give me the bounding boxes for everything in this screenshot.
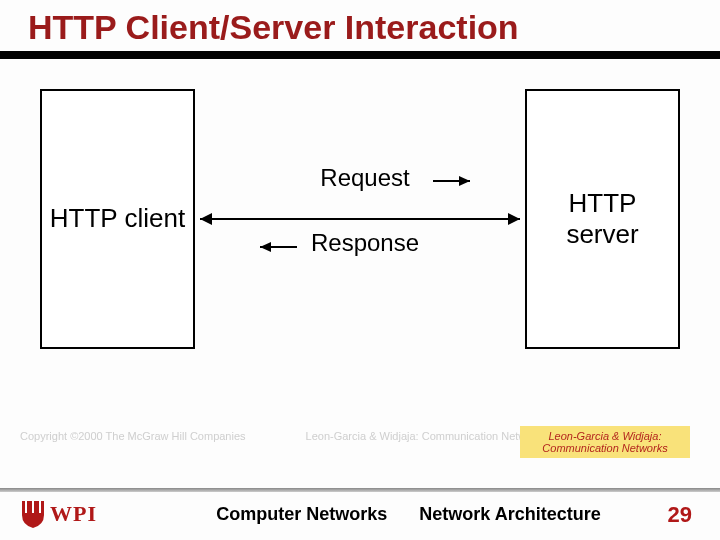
http-diagram: HTTP client HTTP server Request Response bbox=[0, 59, 720, 399]
svg-marker-6 bbox=[260, 242, 271, 252]
svg-marker-4 bbox=[459, 176, 470, 186]
server-label: HTTP server bbox=[533, 188, 672, 250]
copyright-right: Leon-Garcia & Widjaja: Communication Net… bbox=[306, 430, 547, 442]
wpi-logo-text: WPI bbox=[50, 501, 97, 527]
wpi-logo: WPI bbox=[20, 499, 97, 529]
copyright-row: Copyright ©2000 The McGraw Hill Companie… bbox=[20, 430, 547, 442]
slide-title: HTTP Client/Server Interaction bbox=[28, 8, 700, 47]
footer-course: Computer Networks bbox=[216, 504, 387, 525]
server-box: HTTP server bbox=[525, 89, 680, 349]
svg-marker-2 bbox=[200, 213, 212, 225]
arrows-icon bbox=[195, 89, 525, 349]
copyright-left: Copyright ©2000 The McGraw Hill Companie… bbox=[20, 430, 246, 442]
client-box: HTTP client bbox=[40, 89, 195, 349]
attribution-box: Leon-Garcia & Widjaja: Communication Net… bbox=[520, 426, 690, 458]
client-label: HTTP client bbox=[50, 203, 185, 234]
footer-divider bbox=[0, 488, 720, 492]
footer: WPI Computer Networks Network Architectu… bbox=[0, 488, 720, 540]
page-number: 29 bbox=[668, 502, 692, 528]
title-underline bbox=[0, 51, 720, 59]
footer-topic: Network Architecture bbox=[419, 504, 600, 525]
svg-marker-1 bbox=[508, 213, 520, 225]
wpi-crest-icon bbox=[20, 499, 46, 529]
